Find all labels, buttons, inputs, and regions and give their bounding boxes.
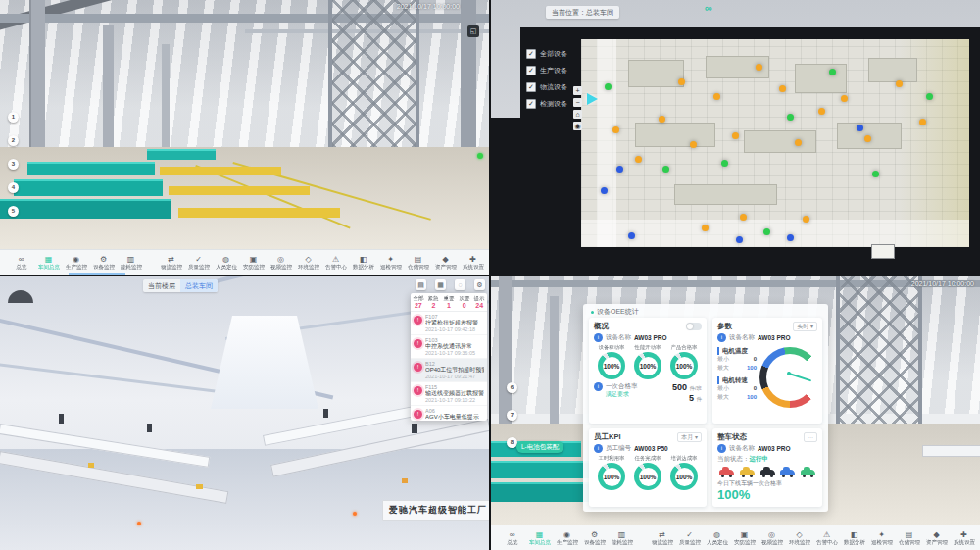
card-menu-button[interactable]: ···	[804, 432, 817, 442]
toolbar-item[interactable]: ⇄ 物流监控	[649, 530, 675, 546]
alarm-tab[interactable]: 紧急 2	[426, 293, 442, 311]
toolbar-item[interactable]: ▣ 安防监控	[240, 255, 267, 271]
machine-row[interactable]	[27, 162, 155, 175]
checkbox[interactable]: ✓	[526, 99, 536, 109]
device-dot[interactable]	[864, 135, 871, 142]
alarm-list-item[interactable]: ! F107 拧紧枪扭矩超差报警 2021-10-17 09:42:18	[411, 312, 487, 335]
device-dot[interactable]	[919, 119, 926, 125]
alarm-list[interactable]: ! F107 拧紧枪扭矩超差报警 2021-10-17 09:42:18 ! F…	[411, 312, 487, 421]
station-marker[interactable]: 3	[8, 159, 19, 170]
device-dot[interactable]	[896, 80, 903, 87]
toolbar-item[interactable]: ◉ 生产监控	[63, 255, 89, 271]
toolbar-item[interactable]: ◇ 环境监控	[295, 255, 321, 271]
car-icon[interactable]	[780, 470, 795, 475]
station-marker[interactable]: 6	[507, 382, 517, 393]
toolbar-item[interactable]: ✓ 质量监控	[185, 255, 212, 271]
device-dot[interactable]	[818, 108, 825, 115]
panel-tool-button[interactable]: ▦	[435, 279, 446, 290]
device-dot[interactable]	[662, 166, 669, 173]
toolbar-item[interactable]: ⚙ 设备监控	[90, 255, 117, 271]
toolbar-item[interactable]: ◍ 人员定位	[213, 255, 239, 271]
device-dot[interactable]	[690, 141, 697, 148]
panel-tool-button[interactable]: ◌	[455, 279, 466, 290]
toolbar-item[interactable]: ✚ 系统设置	[951, 530, 977, 546]
device-dot[interactable]	[779, 85, 786, 92]
floor-selector[interactable]: 当前楼层 总装车间	[143, 279, 218, 292]
device-dot[interactable]	[740, 214, 747, 221]
conveyor-line[interactable]	[922, 445, 980, 457]
alarm-tab[interactable]: 全部 27	[411, 293, 426, 311]
car-icon[interactable]	[760, 470, 775, 475]
device-dot[interactable]	[736, 236, 743, 243]
alarm-list-item[interactable]: ! F115 输送线变频器过载报警 2021-10-17 09:10:22	[411, 382, 487, 406]
toolbar-item[interactable]: ▥ 能耗监控	[609, 530, 635, 546]
car-icon[interactable]	[740, 470, 755, 475]
alarm-tab[interactable]: 重要 1	[441, 293, 457, 311]
device-dot[interactable]	[678, 78, 685, 85]
fullscreen-button[interactable]: ◱	[467, 25, 479, 37]
toolbar-item[interactable]: ∞ 总览	[499, 530, 525, 546]
toolbar-item[interactable]: ▦ 车间总览	[526, 530, 553, 546]
toolbar-item[interactable]: ✓ 质量监控	[676, 530, 703, 546]
toolbar-item[interactable]: ⚠ 告警中心	[322, 255, 349, 271]
toolbar-item[interactable]: ⚠ 告警中心	[813, 530, 840, 546]
floorplan-canvas[interactable]	[581, 39, 969, 247]
device-dot[interactable]	[841, 95, 848, 102]
range-selector[interactable]: 实时 ▾	[793, 322, 817, 331]
toolbar-item[interactable]: ◧ 数据分析	[841, 530, 867, 546]
device-dot[interactable]	[795, 139, 802, 146]
alarm-list-item[interactable]: ! B12 OP40工位节拍超时预警 2021-10-17 09:21:47	[411, 359, 487, 382]
viewport-conveyor-hall[interactable]: 当前楼层 总装车间 ▤▦◌⚙ 全部 27 紧急 2 重要 1	[0, 276, 489, 550]
machine-row[interactable]	[0, 199, 172, 219]
device-dot[interactable]	[787, 114, 794, 121]
toolbar-item[interactable]: ▤ 仓储管理	[896, 530, 922, 546]
alarm-list-item[interactable]: ! F103 中控系统通讯异常 2021-10-17 09:36:05	[411, 335, 487, 359]
machine-row[interactable]	[14, 179, 163, 196]
machine-row[interactable]	[147, 149, 216, 160]
toolbar-item[interactable]: ▣ 安防监控	[731, 530, 758, 546]
checkbox[interactable]: ✓	[526, 66, 536, 75]
station-marker[interactable]: 2	[8, 135, 19, 146]
toolbar-item[interactable]: ◎ 视频监控	[759, 530, 785, 546]
toolbar-item[interactable]: ✚ 系统设置	[460, 255, 486, 271]
device-dot[interactable]	[612, 126, 619, 133]
toolbar-item[interactable]: ◧ 数据分析	[350, 255, 376, 271]
toolbar-item[interactable]: ◍ 人员定位	[704, 530, 730, 546]
map-tool-button[interactable]: +	[573, 86, 582, 95]
device-dot[interactable]	[787, 234, 794, 241]
car-icon[interactable]	[719, 470, 734, 475]
checkbox[interactable]: ✓	[526, 82, 536, 92]
device-dot[interactable]	[601, 187, 608, 194]
device-dot[interactable]	[713, 93, 720, 100]
car-icon[interactable]	[801, 470, 815, 475]
device-dot[interactable]	[616, 166, 623, 173]
map-tool-button[interactable]: ◉	[573, 122, 582, 130]
station-marker[interactable]: 4	[8, 182, 19, 193]
alarm-tab[interactable]: 次要 0	[457, 293, 472, 311]
layer-filter-row[interactable]: ✓ 全部设备	[526, 49, 567, 59]
machine-label-pill[interactable]: L-电池包装配	[516, 441, 564, 453]
checkbox[interactable]: ✓	[526, 49, 536, 59]
map-tool-button[interactable]: −	[573, 98, 582, 107]
device-dot[interactable]	[763, 228, 770, 235]
panel-tool-button[interactable]: ⚙	[474, 279, 485, 290]
minimap-box[interactable]	[871, 244, 895, 259]
viewport-factory-aisle[interactable]: 12345 2021/10/17 10:00:00 ◱ ∞ 总览 ▦ 车间总览 …	[0, 0, 489, 275]
toolbar-item[interactable]: ▦ 车间总览	[35, 255, 62, 271]
layer-filter-row[interactable]: ✓ 物流设备	[526, 82, 567, 92]
device-dot[interactable]	[857, 125, 863, 131]
station-marker[interactable]: 7	[507, 410, 517, 421]
layer-filter-row[interactable]: ✓ 生产设备	[526, 66, 567, 75]
toolbar-item[interactable]: ∞ 总览	[8, 255, 34, 271]
device-dot[interactable]	[926, 93, 933, 100]
alarm-tab[interactable]: 提示 24	[471, 293, 487, 311]
toolbar-item[interactable]: ◎ 视频监控	[268, 255, 294, 271]
device-dot[interactable]	[605, 83, 612, 90]
toolbar-item[interactable]: ◉ 生产监控	[554, 530, 580, 546]
alarm-list-item[interactable]: ! A06 AGV小车电量低提示 2021-10-17 08:58:41	[411, 406, 487, 421]
station-marker[interactable]: 5	[8, 206, 19, 217]
device-dot[interactable]	[635, 156, 642, 163]
device-dot[interactable]	[659, 116, 665, 123]
toolbar-item[interactable]: ⇄ 物流监控	[158, 255, 184, 271]
viewport-dashboard[interactable]: 678 L-电池包装配 2021/10/17 10:00:00 设备OEE统计 …	[491, 276, 980, 550]
